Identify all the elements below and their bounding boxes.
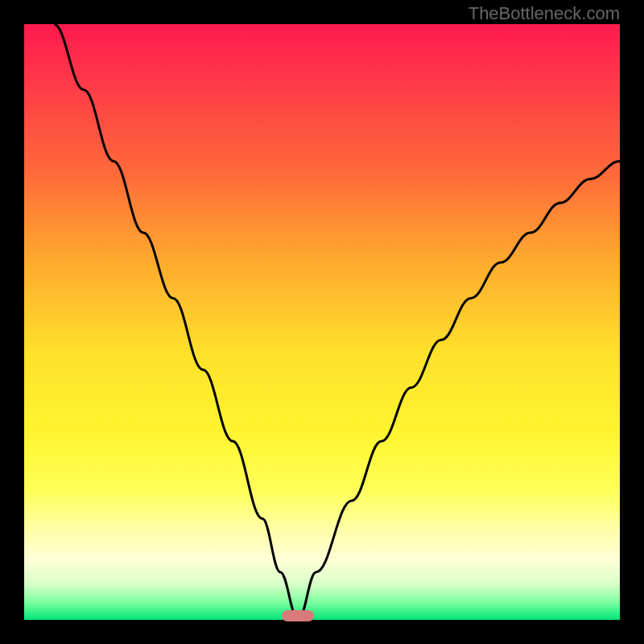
plot-area — [24, 24, 620, 620]
bottleneck-curve — [24, 24, 620, 620]
minimum-marker — [282, 610, 314, 621]
watermark-text: TheBottleneck.com — [469, 3, 620, 24]
chart-container: TheBottleneck.com — [0, 0, 644, 644]
